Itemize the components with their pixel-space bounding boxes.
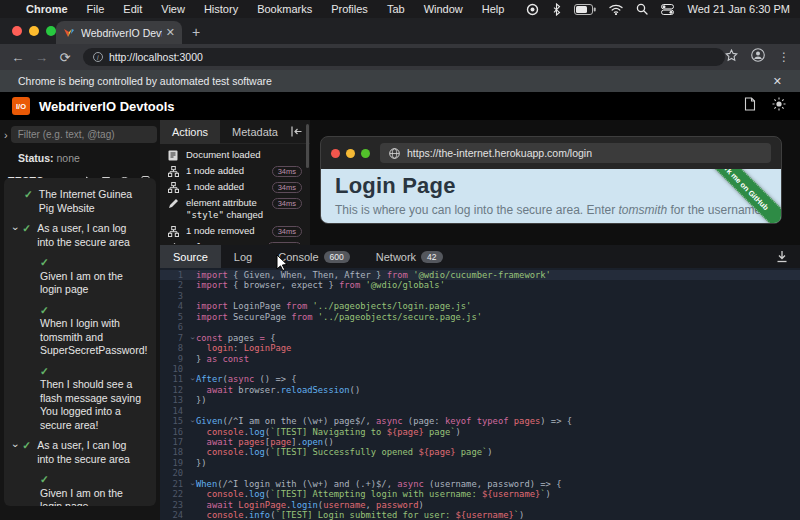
chevron-down-icon[interactable]: › <box>9 444 23 447</box>
wifi-icon[interactable] <box>609 4 623 15</box>
test-label: Then I should see a flash message saying… <box>40 378 144 432</box>
test-item[interactable]: ✓The Internet Guinea Pig Website <box>4 188 152 215</box>
site-info-icon[interactable]: i <box>93 52 103 62</box>
minimize-window-button[interactable] <box>29 26 39 36</box>
menu-dots-icon[interactable]: ⋮ <box>778 50 790 64</box>
menu-profiles[interactable]: Profiles <box>331 3 368 15</box>
report-file-icon[interactable] <box>744 97 756 115</box>
theme-toggle-sun-icon[interactable] <box>772 97 786 115</box>
code-text: console.log(`[TEST] Attempting login wit… <box>196 489 800 499</box>
action-duration-badge: 34ms <box>272 166 302 177</box>
close-tab-icon[interactable]: ✕ <box>166 26 175 39</box>
menu-window[interactable]: Window <box>424 3 463 15</box>
line-number: 4 <box>160 301 186 311</box>
code-line: 3 <box>160 291 800 301</box>
app-header: I/O WebdriverIO Devtools <box>0 92 800 120</box>
code-line: 4import LoginPage from '../pageobjects/l… <box>160 301 800 311</box>
action-row[interactable]: 1 node added34ms <box>160 179 310 195</box>
action-row[interactable]: url298ms <box>160 239 310 244</box>
macos-menubar: ChromeFileEditViewHistoryBookmarksProfil… <box>0 0 800 18</box>
test-item[interactable]: ›✓As a user, I can log into the secure a… <box>4 222 152 249</box>
action-duration-badge: 298ms <box>267 242 302 244</box>
line-number: 2 <box>160 280 186 290</box>
line-number: 24 <box>160 510 186 520</box>
new-tab-button[interactable]: + <box>192 24 200 40</box>
fold-chevron-icon[interactable]: › <box>186 374 196 384</box>
reload-button[interactable]: ⟳ <box>53 50 77 65</box>
menu-view[interactable]: View <box>161 3 185 15</box>
battery-icon[interactable] <box>574 4 596 15</box>
code-line: 11›After(async () => { <box>160 374 800 384</box>
test-label: Given I am on the login page <box>40 270 144 297</box>
node-tree-icon <box>168 182 181 193</box>
test-item[interactable]: ✓Given I am on the login page <box>4 473 152 506</box>
preview-page: Login Page This is where you can log int… <box>321 169 781 223</box>
actions-scrollbar[interactable] <box>306 124 309 168</box>
action-row[interactable]: Document loaded <box>160 147 310 163</box>
test-item[interactable]: ✓When I login with tomsmith and SuperSec… <box>4 304 152 358</box>
action-duration-badge: 34ms <box>272 182 302 193</box>
menu-bookmarks[interactable]: Bookmarks <box>257 3 312 15</box>
code-text: }) <box>196 395 800 405</box>
profile-avatar-icon[interactable] <box>751 48 765 66</box>
browser-tab[interactable]: WebdriverIO Devtools ✕ <box>56 21 182 44</box>
bookmark-star-icon[interactable] <box>725 48 738 66</box>
tab-actions[interactable]: Actions <box>160 120 220 144</box>
banner-close-icon[interactable]: ✕ <box>773 75 782 88</box>
back-button[interactable]: ← <box>6 50 30 65</box>
action-row[interactable]: 1 node added34ms <box>160 163 310 179</box>
control-center-icon[interactable] <box>661 4 674 15</box>
code-line: 13}) <box>160 395 800 405</box>
code-line: 1import { Given, When, Then, After } fro… <box>160 270 800 280</box>
check-icon: ✓ <box>22 439 31 451</box>
tab-metadata[interactable]: Metadata <box>220 120 290 144</box>
fold-chevron-icon[interactable]: › <box>186 416 196 426</box>
fold-chevron-icon[interactable]: › <box>186 479 196 489</box>
check-icon: ✓ <box>24 188 33 200</box>
menu-edit[interactable]: Edit <box>123 3 142 15</box>
menu-chrome[interactable]: Chrome <box>26 3 68 15</box>
window-controls <box>12 26 56 36</box>
code-line: 19}) <box>160 458 800 468</box>
action-row[interactable]: element attribute "style" changed34ms <box>160 195 310 223</box>
forward-button[interactable]: → <box>30 50 54 65</box>
check-icon: ✓ <box>40 473 49 485</box>
code-editor[interactable]: 1import { Given, When, Then, After } fro… <box>160 268 800 520</box>
bluetooth-icon[interactable] <box>552 3 561 16</box>
code-line: 10 <box>160 364 800 374</box>
code-text: import SecurePage from '../pageobjects/s… <box>196 312 800 322</box>
sidebar-collapse-icon[interactable]: › <box>4 129 8 141</box>
tab-source[interactable]: Source <box>160 245 221 268</box>
panel-tabs: SourceLogConsole600Network42 <box>160 245 456 268</box>
fold-chevron-icon[interactable]: › <box>186 333 196 343</box>
action-row[interactable]: 1 node removed34ms <box>160 223 310 239</box>
preview-url-bar[interactable]: https://the-internet.herokuapp.com/login <box>380 143 771 163</box>
menu-file[interactable]: File <box>87 3 105 15</box>
address-bar[interactable]: i http://localhost:3000 <box>83 48 725 66</box>
menu-tab[interactable]: Tab <box>387 3 405 15</box>
line-number: 8 <box>160 343 186 353</box>
line-number: 23 <box>160 500 186 510</box>
line-number: 16 <box>160 427 186 437</box>
close-window-button[interactable] <box>12 26 22 36</box>
browser-preview-window: https://the-internet.herokuapp.com/login… <box>320 136 782 224</box>
tab-log[interactable]: Log <box>221 245 265 268</box>
code-text: console.log(`[TEST] Successfully opened … <box>196 447 800 457</box>
chevron-down-icon[interactable]: › <box>9 227 23 230</box>
code-line: 12 await browser.reloadSession() <box>160 385 800 395</box>
code-line: 22 console.log(`[TEST] Attempting login … <box>160 489 800 499</box>
tab-network[interactable]: Network42 <box>363 245 456 268</box>
node-tree-icon <box>168 166 181 177</box>
test-item[interactable]: ›✓As a user, I can log into the secure a… <box>4 439 152 466</box>
actions-tabbar: ActionsMetadata <box>160 120 310 144</box>
menu-help[interactable]: Help <box>482 3 505 15</box>
download-icon[interactable] <box>776 250 800 263</box>
search-icon[interactable] <box>636 3 648 15</box>
test-item[interactable]: ✓Then I should see a flash message sayin… <box>4 365 152 433</box>
test-item[interactable]: ✓Given I am on the login page <box>4 256 152 297</box>
screen: ChromeFileEditViewHistoryBookmarksProfil… <box>0 0 800 520</box>
zoom-window-button[interactable] <box>46 26 56 36</box>
menu-history[interactable]: History <box>204 3 238 15</box>
filter-input[interactable] <box>11 126 157 143</box>
record-icon[interactable] <box>526 3 539 16</box>
